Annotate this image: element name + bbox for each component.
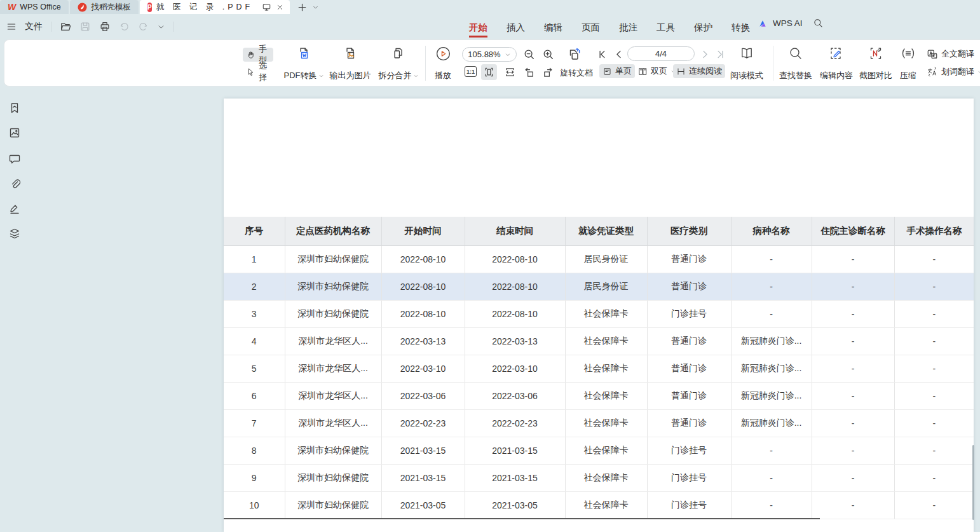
attachments-panel-icon[interactable] xyxy=(8,177,22,191)
screenshot-compare-button[interactable]: 截图对比 xyxy=(856,46,895,81)
undo-icon[interactable] xyxy=(119,22,130,32)
signature-panel-icon[interactable] xyxy=(8,202,22,216)
table-cell: 2022-08-10 xyxy=(465,300,565,327)
previous-page-icon[interactable] xyxy=(613,49,624,60)
wps-ai-button[interactable]: WPS AI xyxy=(773,18,803,28)
page-indicator-value: 4/4 xyxy=(655,49,667,58)
table-cell: - xyxy=(812,491,894,519)
find-replace-button[interactable]: 查找替换 xyxy=(775,46,817,81)
divider xyxy=(51,22,51,32)
divider xyxy=(773,46,773,81)
actual-size-button[interactable]: 1:1 xyxy=(465,66,477,77)
redo-icon[interactable] xyxy=(138,22,149,32)
table-cell: 门诊挂号 xyxy=(647,300,731,327)
last-page-icon[interactable] xyxy=(715,49,726,60)
hand-tool-button[interactable]: 手型 xyxy=(243,48,273,62)
new-tab-icon[interactable] xyxy=(297,3,307,12)
print-icon[interactable] xyxy=(99,21,111,32)
read-mode-button[interactable]: 阅读模式 xyxy=(729,46,765,81)
bookmarks-panel-icon[interactable] xyxy=(8,102,22,116)
table-cell: 2021-03-05 xyxy=(465,491,565,519)
table-cell: 居民身份证 xyxy=(565,245,647,273)
rotate-left-icon[interactable] xyxy=(523,66,535,78)
table-cell: 社会保障卡 xyxy=(565,355,647,382)
split-merge-button[interactable]: 拆分合并 xyxy=(375,46,422,81)
pdf-convert-label: PDF转换 xyxy=(284,70,317,81)
screenshot-compare-label: 截图对比 xyxy=(859,70,892,81)
thumbnails-panel-icon[interactable] xyxy=(8,126,22,140)
continuous-reading-button[interactable]: 连续阅读 xyxy=(673,64,725,78)
ribbon-tab-page[interactable]: 页面 xyxy=(582,22,600,34)
play-button[interactable]: 播放 xyxy=(428,46,458,81)
file-menu-button[interactable]: 文件 xyxy=(25,21,43,32)
select-tool-label: 选择 xyxy=(259,60,270,83)
column-header: 定点医药机构名称 xyxy=(285,217,381,245)
more-commands-chevron-icon[interactable] xyxy=(157,23,165,31)
rotate-document-button[interactable]: 旋转文档 xyxy=(560,67,593,79)
export-image-label: 输出为图片 xyxy=(330,70,371,81)
main-menu-icon[interactable] xyxy=(6,22,17,32)
pdf-page[interactable]: 序号定点医药机构名称开始时间结束时间就诊凭证类型医疗类别病种名称住院主诊断名称手… xyxy=(224,99,974,532)
table-cell: 9 xyxy=(224,464,285,491)
save-icon[interactable] xyxy=(79,21,91,32)
first-page-icon[interactable] xyxy=(597,49,608,60)
close-tab-icon[interactable] xyxy=(276,3,284,11)
play-label: 播放 xyxy=(435,70,451,81)
ribbon-tab-home[interactable]: 开始 xyxy=(469,22,487,34)
layers-panel-icon[interactable] xyxy=(8,228,22,242)
export-as-image-button[interactable]: 输出为图片 xyxy=(325,46,375,81)
table-cell: 2022-02-23 xyxy=(381,409,465,437)
tab-label: 就 医 记 录 .PDF xyxy=(156,2,253,13)
table-cell: 8 xyxy=(224,437,285,464)
select-tool-button[interactable]: 选择 xyxy=(243,65,273,79)
zoom-level-select[interactable]: 105.88% xyxy=(462,47,517,62)
table-cell: - xyxy=(894,437,974,464)
zoom-out-icon[interactable] xyxy=(523,48,536,61)
tab-wps-office[interactable]: W WPS Office xyxy=(0,0,69,14)
single-page-label: 单页 xyxy=(615,65,632,77)
table-cell: 新冠肺炎门诊... xyxy=(731,409,812,437)
full-text-translate-button[interactable]: 全文翻译 xyxy=(923,47,977,61)
table-cell: - xyxy=(894,409,974,437)
table-cell: 社会保障卡 xyxy=(565,409,647,437)
divider xyxy=(174,22,174,32)
fit-page-button[interactable] xyxy=(481,64,497,80)
ribbon-tab-protect[interactable]: 保护 xyxy=(694,22,712,34)
double-page-icon xyxy=(638,67,648,76)
table-row: 4深圳市龙华区人...2022-03-132022-03-13社会保障卡普通门诊… xyxy=(224,327,974,355)
comments-panel-icon[interactable] xyxy=(8,153,22,167)
ribbon-tab-comment[interactable]: 批注 xyxy=(619,22,637,34)
fit-width-button[interactable] xyxy=(504,66,516,78)
page-refresh-icon[interactable] xyxy=(566,46,583,63)
compress-button[interactable]: 压缩 xyxy=(894,46,922,81)
ribbon-tab-tools[interactable]: 工具 xyxy=(657,22,675,34)
ribbon-tab-insert[interactable]: 插入 xyxy=(507,22,525,34)
edit-content-button[interactable]: 编辑内容 xyxy=(817,46,856,81)
present-monitor-icon[interactable] xyxy=(262,3,271,12)
open-file-icon[interactable] xyxy=(60,21,71,32)
medical-records-table: 序号定点医药机构名称开始时间结束时间就诊凭证类型医疗类别病种名称住院主诊断名称手… xyxy=(224,217,974,519)
table-cell: - xyxy=(894,245,974,273)
zoom-in-icon[interactable] xyxy=(542,48,555,61)
single-page-button[interactable]: 单页 xyxy=(599,64,635,78)
export-image-icon xyxy=(343,46,358,61)
word-translate-button[interactable]: 划词翻译 xyxy=(923,65,980,79)
tab-document-active[interactable]: P 就 医 记 录 .PDF xyxy=(140,0,290,14)
ribbon-tab-edit[interactable]: 编辑 xyxy=(544,22,562,34)
ribbon-tab-convert[interactable]: 转换 xyxy=(732,22,750,34)
pdf-convert-button[interactable]: PDF转换 xyxy=(281,46,327,81)
table-cell: 普通门诊 xyxy=(647,382,731,409)
table-cell: - xyxy=(894,300,974,327)
search-menu-icon[interactable] xyxy=(813,18,824,29)
next-page-icon[interactable] xyxy=(700,49,711,60)
column-header: 开始时间 xyxy=(381,217,465,245)
tab-list-chevron-icon[interactable] xyxy=(312,4,319,11)
table-cell: 4 xyxy=(224,327,285,355)
table-cell: 2 xyxy=(224,273,285,300)
rotate-right-icon[interactable] xyxy=(542,66,554,78)
chevron-down-icon xyxy=(413,73,419,79)
tab-docer-templates[interactable]: 找稻壳模板 xyxy=(70,0,139,14)
vertical-scrollbar-thumb[interactable] xyxy=(972,445,974,520)
word-translate-icon xyxy=(927,66,938,78)
page-number-input[interactable]: 4/4 xyxy=(627,46,695,61)
